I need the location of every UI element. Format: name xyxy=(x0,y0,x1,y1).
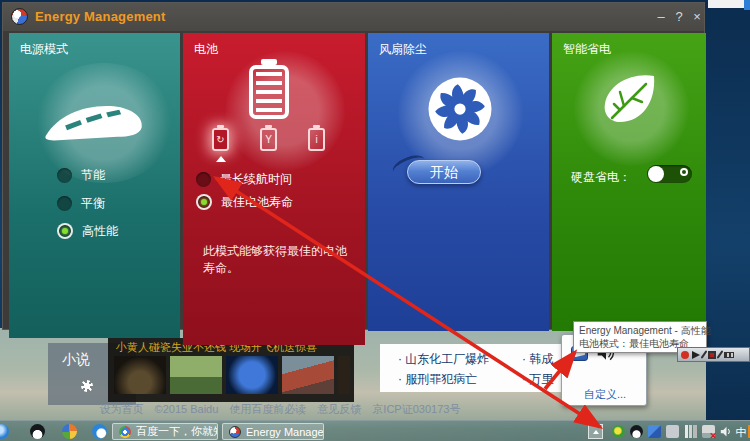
brush-tool-icon[interactable] xyxy=(717,350,724,359)
cloud-quicklaunch-icon[interactable] xyxy=(92,424,107,439)
chrome-icon xyxy=(119,426,131,438)
power-option-label: 高性能 xyxy=(82,223,118,240)
arrow-tool-icon[interactable] xyxy=(692,351,700,359)
task-button-label: 百度一下，你就知道... xyxy=(136,424,218,439)
battery-panel: 电池 ↻ Y i 最长续航时间 最佳电池寿命 此模式能够获得最佳的电池寿命。 xyxy=(183,33,365,345)
radio-icon[interactable] xyxy=(57,196,72,211)
battery-title: 电池 xyxy=(194,41,218,58)
customize-link[interactable]: 自定义... xyxy=(584,387,626,402)
news-link[interactable]: · 山东化工厂爆炸 xyxy=(398,351,489,368)
background-window-sliver xyxy=(708,0,744,8)
power-option-label: 平衡 xyxy=(81,195,105,212)
browser-quicklaunch-icon[interactable] xyxy=(0,424,9,439)
fan-dedust-panel: 风扇除尘 开始 xyxy=(368,33,549,331)
power-option-pingheng[interactable]: 平衡 xyxy=(57,194,105,212)
network-error-icon[interactable] xyxy=(702,425,715,438)
network-icon[interactable] xyxy=(684,425,697,438)
video-thumbnail[interactable] xyxy=(170,356,222,394)
rectangle-tool-icon[interactable] xyxy=(708,351,716,359)
task-button-label: Energy Manageme... xyxy=(246,426,324,438)
leaf-icon xyxy=(594,68,664,132)
hdd-saving-label: 硬盘省电： xyxy=(571,169,631,186)
taskbar-button-baidu[interactable]: 百度一下，你就知道... xyxy=(112,423,218,440)
taskbar: 百度一下，你就知道... Energy Manageme... 中 xyxy=(0,420,750,441)
windows-tray-icon[interactable] xyxy=(648,425,661,438)
video-widget[interactable]: 小黄人碰瓷失业不还钱 现场开飞机送惊喜 xyxy=(108,338,354,402)
smart-saving-panel: 智能省电 硬盘省电： xyxy=(552,33,706,331)
power-option-jieneng[interactable]: 节能 xyxy=(57,166,105,184)
power-option-label: 节能 xyxy=(81,167,105,184)
minimize-button[interactable]: – xyxy=(653,9,669,25)
start-dedust-button[interactable]: 开始 xyxy=(407,160,481,184)
ime-toolbar-icon[interactable] xyxy=(666,425,679,438)
news-link[interactable]: · 韩成 xyxy=(522,351,553,368)
sogou-quicklaunch-icon[interactable] xyxy=(62,424,77,439)
toggle-off-ring xyxy=(680,168,688,176)
battery-option-label: 最长续航时间 xyxy=(220,171,292,188)
train-icon xyxy=(39,88,151,150)
battery-option-label: 最佳电池寿命 xyxy=(221,194,293,211)
taskbar-button-energy-management[interactable]: Energy Manageme... xyxy=(222,423,324,440)
battery-info-icon[interactable]: i xyxy=(308,128,325,151)
tooltip-line1: Energy Management - 高性能 xyxy=(579,324,701,337)
radio-selected-icon[interactable] xyxy=(196,194,212,210)
battery-mode-description: 此模式能够获得最佳的电池寿命。 xyxy=(203,243,353,277)
desktop: 小说 小黄人碰瓷失业不还钱 现场开飞机送惊喜 · 山东化工厂爆炸 · 服刑罪犯病… xyxy=(0,0,750,441)
battery-charge-icon[interactable]: Y xyxy=(260,128,277,151)
toggle-knob[interactable] xyxy=(648,166,664,182)
video-thumbnail[interactable] xyxy=(282,356,334,394)
news-link[interactable]: · 万里 xyxy=(522,371,553,388)
volume-icon[interactable] xyxy=(720,425,733,438)
power-option-gaoxingneng[interactable]: 高性能 xyxy=(57,222,118,240)
news-link[interactable]: · 服刑罪犯病亡 xyxy=(398,371,477,388)
ellipse-tool-icon[interactable] xyxy=(681,351,689,359)
active-tab-marker xyxy=(216,156,226,162)
video-thumbnail xyxy=(338,356,350,394)
battery-option-longest-runtime[interactable]: 最长续航时间 xyxy=(196,170,292,188)
annotation-toolbar xyxy=(677,347,750,362)
energy-management-window: Energy Management – ? × 电源模式 节能 平衡 xyxy=(2,2,705,330)
help-button[interactable]: ? xyxy=(671,9,687,25)
hdd-saving-toggle[interactable] xyxy=(647,165,692,183)
video-thumbnail[interactable] xyxy=(114,356,166,394)
app-logo-icon xyxy=(11,8,28,25)
safety-tray-icon[interactable] xyxy=(612,425,625,438)
close-button[interactable]: × xyxy=(689,9,705,25)
video-thumbnail[interactable] xyxy=(226,356,278,394)
qq-tray-icon[interactable] xyxy=(630,425,643,438)
battery-icon xyxy=(249,65,289,119)
power-mode-panel: 电源模式 节能 平衡 高性能 xyxy=(9,33,180,338)
window-title: Energy Management xyxy=(35,9,166,24)
fan-icon xyxy=(424,73,496,145)
smart-saving-title: 智能省电 xyxy=(563,41,611,58)
radio-icon[interactable] xyxy=(57,168,72,183)
radio-icon[interactable] xyxy=(196,172,211,187)
baidu-footer-text: 设为首页 ©2015 Baidu 使用百度前必读 意见反馈 京ICP证03017… xyxy=(0,402,560,417)
battery-option-best-lifespan[interactable]: 最佳电池寿命 xyxy=(196,193,293,211)
window-titlebar[interactable]: Energy Management – ? × xyxy=(3,3,704,31)
text-tool-icon[interactable] xyxy=(724,352,734,358)
show-hidden-icons-button[interactable] xyxy=(588,424,603,439)
radio-selected-icon[interactable] xyxy=(57,223,73,239)
background-window-sliver-blue xyxy=(744,0,750,10)
fan-dedust-title: 风扇除尘 xyxy=(379,41,427,58)
pen-tool-icon[interactable] xyxy=(701,350,708,359)
ime-language-indicator[interactable]: 中 xyxy=(734,425,748,438)
novel-widget-label: 小说 xyxy=(62,351,90,369)
energy-management-icon xyxy=(229,426,241,438)
battery-maintenance-icon[interactable]: ↻ xyxy=(212,128,229,151)
power-mode-title: 电源模式 xyxy=(20,41,68,58)
gear-icon[interactable] xyxy=(78,377,96,395)
qq-quicklaunch-icon[interactable] xyxy=(30,424,45,439)
